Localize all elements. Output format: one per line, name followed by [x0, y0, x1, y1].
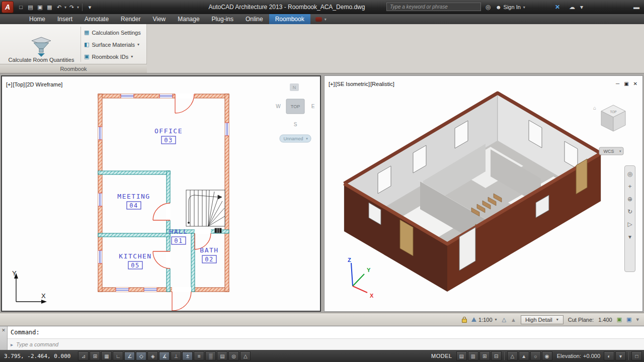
- model-space-button[interactable]: MODEL: [431, 353, 452, 359]
- tab-plugins[interactable]: Plug-ins: [206, 14, 239, 24]
- toggle-dynamic-input[interactable]: ±: [182, 351, 193, 360]
- annotation-scale-button[interactable]: 1:100 ▾: [471, 317, 498, 323]
- viewcube-compass[interactable]: N W TOP E S Unnamed ▾: [276, 83, 314, 142]
- elevation-value[interactable]: +0.000: [583, 353, 600, 359]
- qat-menu-icon[interactable]: ▾: [85, 2, 95, 12]
- app-menu-button[interactable]: A: [2, 1, 14, 13]
- status-tray-caret-icon[interactable]: ▾: [615, 351, 626, 360]
- toggle-3d-object-snap[interactable]: ◈: [147, 351, 158, 360]
- roombook-panel: Calculate Room Quantities ▦ Calculation …: [0, 24, 147, 73]
- section-icon[interactable]: ▣: [626, 316, 631, 323]
- quick-view-drawings-icon[interactable]: ⊟: [491, 351, 502, 360]
- toggle-quick-properties[interactable]: ▤: [217, 351, 227, 360]
- zoom-icon[interactable]: ⊕: [627, 196, 632, 203]
- drawing-restore-icon[interactable]: ▣: [624, 81, 628, 86]
- filter-icon[interactable]: ▾: [636, 316, 639, 323]
- tab-render[interactable]: Render: [115, 14, 146, 24]
- quick-view-layouts-icon[interactable]: ⊞: [479, 351, 490, 360]
- viewcube-3d[interactable]: ⌂ TOP WCS ▾: [593, 105, 625, 155]
- room-number: 01: [174, 237, 183, 244]
- toggle-grid-display[interactable]: ▦: [101, 351, 112, 360]
- svg-text:TOP: TOP: [291, 104, 300, 109]
- cut-plane-on-icon[interactable]: ▣: [617, 316, 622, 323]
- panel-divider: [80, 27, 81, 62]
- command-window-bar: ✕: [0, 326, 8, 350]
- cut-plane-value[interactable]: 1.400: [598, 317, 612, 323]
- window-minimize-icon[interactable]: ▬: [632, 2, 641, 12]
- redo-icon[interactable]: ↷: [67, 2, 76, 12]
- visual-style-control[interactable]: [Realistic]: [370, 81, 394, 87]
- annotation-autoscale-icon[interactable]: ▲: [511, 317, 516, 323]
- toggle-lineweight[interactable]: ≡: [194, 351, 204, 360]
- toggle-snap-mode[interactable]: ⊞: [90, 351, 100, 360]
- search-icon[interactable]: ◎: [483, 2, 493, 12]
- command-input[interactable]: [16, 341, 644, 347]
- tab-annotate[interactable]: Annotate: [78, 14, 115, 24]
- tab-home[interactable]: Home: [23, 14, 51, 24]
- workspace-gear-icon[interactable]: ☼: [530, 351, 541, 360]
- toggle-object-snap[interactable]: ◇: [136, 351, 146, 360]
- toggle-dynamic-ucs[interactable]: ⊥: [171, 351, 181, 360]
- calculate-room-quantities-button[interactable]: Calculate Room Quantities: [3, 26, 79, 63]
- open-file-icon[interactable]: ▤: [26, 2, 35, 12]
- showmotion-icon[interactable]: ▷: [627, 221, 632, 228]
- toggle-infer-constraints[interactable]: ⊿: [78, 351, 89, 360]
- drawing-close-icon[interactable]: ✕: [633, 81, 637, 86]
- toggle-ortho-mode[interactable]: ∟: [113, 351, 123, 360]
- toggle-annotation-monitor[interactable]: △: [240, 351, 251, 360]
- cloud-caret-icon[interactable]: ▾: [579, 2, 585, 12]
- viewport-menu-control[interactable]: [+]: [329, 81, 335, 87]
- tab-insert[interactable]: Insert: [51, 14, 78, 24]
- tab-roombook[interactable]: Roombook: [269, 14, 310, 24]
- annotation-visibility-icon[interactable]: △: [502, 316, 506, 323]
- nav-menu-icon[interactable]: ▾: [628, 233, 631, 240]
- undo-caret-icon[interactable]: ▾: [64, 5, 66, 10]
- view-control[interactable]: [SE Isometric]: [336, 81, 370, 87]
- plot-icon[interactable]: ▦: [45, 2, 54, 12]
- viewport-2d[interactable]: [+] [Top] [2D Wireframe]: [1, 75, 321, 312]
- coordinates-readout[interactable]: 3.795, -2.464, 0.000: [0, 353, 77, 359]
- command-close-icon[interactable]: ✕: [2, 328, 6, 333]
- tab-view[interactable]: View: [146, 14, 172, 24]
- new-file-icon[interactable]: □: [16, 2, 26, 12]
- x-axis-label: X: [41, 292, 46, 300]
- exchange-apps-icon[interactable]: ✕: [552, 2, 562, 12]
- toolbar-lock-icon[interactable]: ◉: [542, 351, 552, 360]
- surface-materials-button[interactable]: ◧ Surface Materials ▾: [84, 40, 139, 49]
- detail-level-button[interactable]: High Detail ▾: [521, 315, 564, 324]
- model-tab-icon[interactable]: ▤: [456, 351, 467, 360]
- sign-in-button[interactable]: ☻ Sign In ▾: [496, 2, 526, 12]
- floor-plan-canvas[interactable]: OFFICE 03 MEETING 04 KITCHEN 05 HALL 01 …: [2, 76, 320, 311]
- roombook-ids-button[interactable]: ▣ Roombook IDs ▾: [84, 52, 133, 61]
- redo-caret-icon[interactable]: ▾: [77, 5, 79, 10]
- viewport-lock-icon[interactable]: [462, 319, 467, 323]
- toggle-transparency[interactable]: ▒: [205, 351, 216, 360]
- viewport-menu-control[interactable]: [+]: [6, 81, 13, 87]
- featured-apps-tab[interactable]: ▾: [310, 14, 332, 24]
- nav-wheel-icon[interactable]: ◎: [627, 170, 632, 177]
- save-icon[interactable]: ▣: [35, 2, 45, 12]
- pan-icon[interactable]: +: [628, 183, 631, 190]
- search-input[interactable]: [386, 3, 481, 11]
- toggle-polar-tracking[interactable]: ∠: [124, 351, 135, 360]
- drawing-minimize-icon[interactable]: ─: [616, 81, 619, 86]
- view-control[interactable]: [Top]: [13, 81, 25, 87]
- layout-tab-icon[interactable]: ▥: [468, 351, 478, 360]
- visual-style-control[interactable]: [2D Wireframe]: [25, 81, 62, 87]
- orbit-icon[interactable]: ↻: [627, 208, 632, 215]
- model-3d-canvas[interactable]: ⌂ TOP WCS ▾ Z Y X: [325, 76, 642, 311]
- annotation-visibility-icon[interactable]: ▲: [519, 351, 529, 360]
- toggle-selection-cycling[interactable]: ◎: [228, 351, 239, 360]
- calculation-settings-button[interactable]: ▦ Calculation Settings: [84, 28, 143, 37]
- tab-online[interactable]: Online: [239, 14, 269, 24]
- roombook-panel-footer[interactable]: Roombook: [0, 64, 147, 73]
- scale-caret-icon: ▾: [495, 317, 497, 322]
- clean-screen-icon[interactable]: □: [631, 351, 642, 360]
- undo-icon[interactable]: ↶: [54, 2, 64, 12]
- annotation-scale-icon[interactable]: △: [507, 351, 518, 360]
- toggle-object-snap-tracking[interactable]: ∡: [159, 351, 170, 360]
- viewport-3d[interactable]: [+] [SE Isometric] [Realistic] ─ ▣ ✕: [324, 75, 643, 312]
- isolate-objects-icon[interactable]: ◐: [604, 351, 614, 360]
- cloud-icon[interactable]: ☁: [567, 2, 578, 12]
- tab-manage[interactable]: Manage: [172, 14, 205, 24]
